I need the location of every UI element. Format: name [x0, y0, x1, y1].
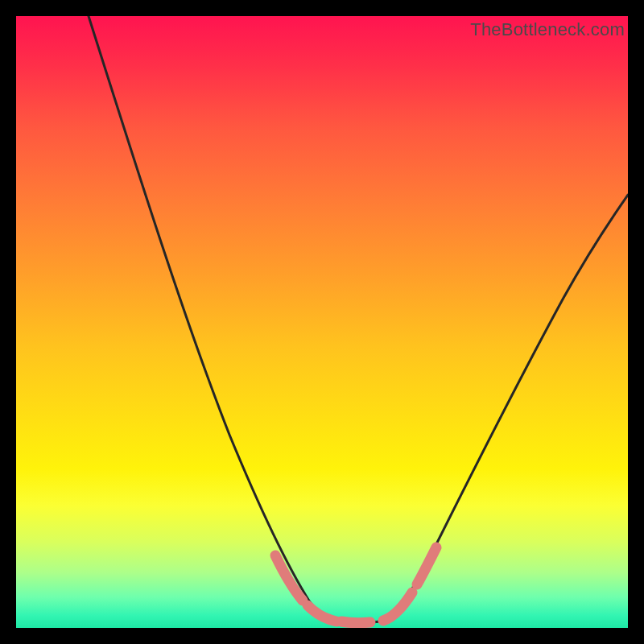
- highlight-left-1: [275, 555, 303, 601]
- highlight-right-1: [383, 592, 412, 621]
- chart-frame: TheBottleneck.com: [0, 0, 644, 644]
- right-curve: [380, 195, 628, 621]
- watermark-text: TheBottleneck.com: [470, 19, 625, 40]
- plot-area: [16, 16, 628, 628]
- highlight-left-2: [308, 605, 336, 621]
- highlight-left-3: [341, 621, 370, 623]
- curve-layer: [16, 16, 628, 628]
- highlight-right-2: [417, 547, 436, 584]
- left-curve: [89, 16, 338, 621]
